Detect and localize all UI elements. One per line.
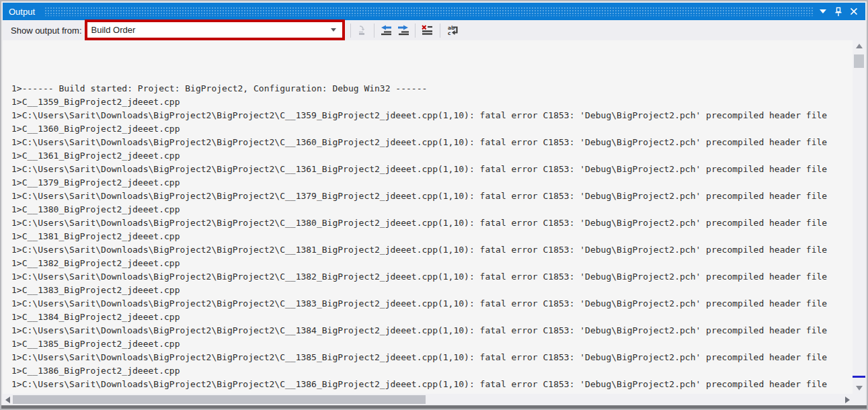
titlebar[interactable]: Output: [3, 3, 865, 20]
scroll-right-button[interactable]: [842, 394, 853, 405]
scroll-left-icon: [5, 397, 10, 403]
window-bottom-edge: [1, 405, 867, 409]
show-output-from-combobox[interactable]: Build Order: [87, 22, 342, 38]
output-line[interactable]: 1>C:\Users\Sarit\Downloads\BigProject2\B…: [11, 216, 853, 230]
output-toolbar: Show output from: Build Order: [3, 20, 865, 40]
output-line[interactable]: 1>C:\Users\Sarit\Downloads\BigProject2\B…: [11, 190, 853, 203]
toggle-word-wrap-button[interactable]: ab c: [446, 22, 461, 38]
window-title: Output: [9, 7, 35, 17]
combobox-value: Build Order: [91, 25, 136, 35]
go-to-next-message-button[interactable]: [396, 22, 411, 38]
svg-text:c: c: [448, 30, 450, 36]
output-line[interactable]: 1>C__1381_BigProject2_jdeeet.cpp: [11, 230, 853, 243]
scrollbar-caret-position-mark: [853, 376, 865, 378]
pin-icon: [834, 7, 843, 17]
toolbar-separator: [374, 24, 374, 38]
vertical-scrollbar[interactable]: [853, 40, 865, 394]
output-line[interactable]: 1>C:\Users\Sarit\Downloads\BigProject2\B…: [11, 163, 853, 176]
output-line[interactable]: 1>C__1385_BigProject2_jdeeet.cpp: [11, 337, 853, 351]
red-highlight-annotation: Build Order: [85, 19, 345, 40]
combobox-dropdown-icon: [331, 28, 336, 32]
clear-all-button[interactable]: [420, 22, 434, 38]
show-output-from-label: Show output from:: [11, 26, 82, 36]
scroll-up-button[interactable]: [853, 40, 865, 52]
find-message-icon: [356, 24, 368, 36]
toolbar-separator: [440, 24, 440, 38]
output-line[interactable]: 1>C__1359_BigProject2_jdeeet.cpp: [11, 95, 853, 109]
titlebar-grip-texture: [44, 7, 813, 16]
scroll-down-button[interactable]: [853, 382, 865, 394]
close-window-button[interactable]: [848, 5, 860, 17]
output-line[interactable]: 1>C:\Users\Sarit\Downloads\BigProject2\B…: [11, 270, 853, 284]
scroll-left-button[interactable]: [3, 394, 13, 405]
clear-all-icon: [420, 24, 434, 36]
scroll-up-icon: [856, 44, 863, 48]
output-log[interactable]: 1>------ Build started: Project: BigProj…: [3, 40, 853, 394]
scrollbar-corner: [853, 394, 865, 405]
output-line[interactable]: 1>C:\Users\Sarit\Downloads\BigProject2\B…: [11, 109, 853, 122]
next-message-icon: [397, 24, 410, 36]
close-icon: [850, 7, 858, 15]
previous-message-icon: [379, 24, 393, 36]
output-line[interactable]: 1>C__1383_BigProject2_jdeeet.cpp: [11, 284, 853, 297]
scroll-down-icon: [856, 386, 863, 391]
output-line[interactable]: 1>------ Build started: Project: BigProj…: [11, 82, 853, 95]
output-line[interactable]: 1>C:\Users\Sarit\Downloads\BigProject2\B…: [11, 378, 853, 391]
output-content: 1>------ Build started: Project: BigProj…: [3, 40, 865, 405]
output-tool-window: Output Show output from:: [0, 0, 868, 410]
output-line[interactable]: 1>C__1384_BigProject2_jdeeet.cpp: [11, 311, 853, 324]
output-line[interactable]: 1>C__1361_BigProject2_jdeeet.cpp: [11, 149, 853, 163]
scroll-right-icon: [845, 397, 850, 403]
output-line[interactable]: 1>C:\Users\Sarit\Downloads\BigProject2\B…: [11, 351, 853, 364]
output-line[interactable]: 1>C:\Users\Sarit\Downloads\BigProject2\B…: [11, 136, 853, 149]
output-line[interactable]: 1>C__1382_BigProject2_jdeeet.cpp: [11, 257, 853, 270]
output-line[interactable]: 1>C:\Users\Sarit\Downloads\BigProject2\B…: [11, 243, 853, 257]
horizontal-scrollbar-thumb[interactable]: [13, 395, 426, 404]
output-line[interactable]: 1>C__1380_BigProject2_jdeeet.cpp: [11, 203, 853, 216]
find-message-in-code-button: [355, 22, 370, 38]
output-line[interactable]: 1>C__1379_BigProject2_jdeeet.cpp: [11, 176, 853, 190]
go-to-previous-message-button[interactable]: [379, 22, 393, 38]
vertical-scrollbar-thumb[interactable]: [854, 54, 864, 68]
word-wrap-icon: ab c: [446, 24, 460, 36]
output-line[interactable]: 1>C__1386_BigProject2_jdeeet.cpp: [11, 364, 853, 378]
toolbar-separator: [350, 24, 351, 38]
output-line[interactable]: 1>C:\Users\Sarit\Downloads\BigProject2\B…: [11, 297, 853, 311]
auto-hide-pin-button[interactable]: [832, 5, 844, 17]
chevron-down-icon: [820, 9, 826, 13]
horizontal-scrollbar[interactable]: [3, 394, 853, 405]
output-line[interactable]: 1>C__1360_BigProject2_jdeeet.cpp: [11, 122, 853, 136]
output-line[interactable]: 1>C:\Users\Sarit\Downloads\BigProject2\B…: [11, 324, 853, 337]
toolbar-separator: [415, 24, 416, 38]
window-position-menu-button[interactable]: [817, 5, 829, 17]
